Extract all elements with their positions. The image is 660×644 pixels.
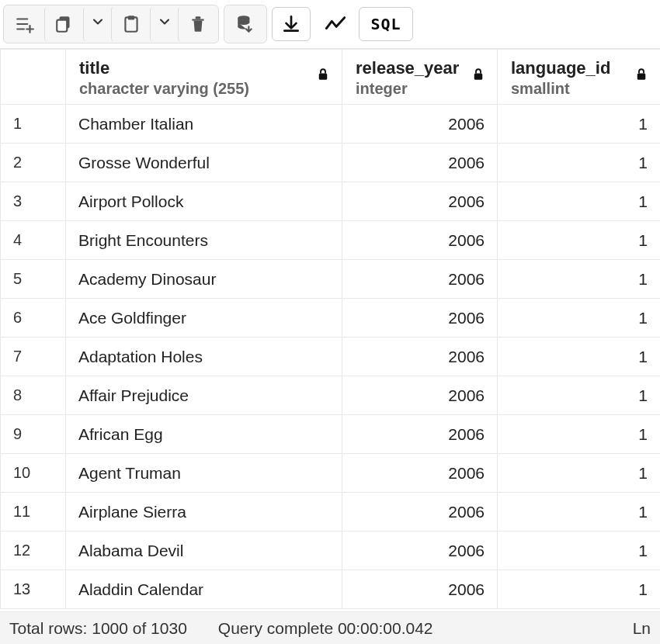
table-row[interactable]: 4Bright Encounters20061 <box>1 221 661 260</box>
app-root: SQL title character varying (255) <box>0 0 660 644</box>
cell-title[interactable]: Academy Dinosaur <box>66 260 342 299</box>
table-row[interactable]: 11Airplane Sierra20061 <box>1 493 661 531</box>
cell-release-year[interactable]: 2006 <box>342 454 498 493</box>
toolbar-download <box>272 7 311 41</box>
row-number[interactable]: 13 <box>1 570 66 609</box>
cell-language-id[interactable]: 1 <box>498 221 661 260</box>
cell-title[interactable]: Adaptation Holes <box>66 338 342 376</box>
table-row[interactable]: 1Chamber Italian20061 <box>1 105 661 144</box>
cell-release-year[interactable]: 2006 <box>342 182 498 221</box>
cell-title[interactable]: Agent Truman <box>66 454 342 493</box>
cell-title[interactable]: Chamber Italian <box>66 105 342 144</box>
status-value: 1000 of 1030 <box>92 619 187 637</box>
cell-release-year[interactable]: 2006 <box>342 299 498 338</box>
cell-language-id[interactable]: 1 <box>498 493 661 531</box>
cell-title[interactable]: Alabama Devil <box>66 531 342 570</box>
cell-release-year[interactable]: 2006 <box>342 338 498 376</box>
column-type: smallint <box>511 80 648 98</box>
trash-icon <box>188 14 208 34</box>
table-row[interactable]: 5Academy Dinosaur20061 <box>1 260 661 299</box>
row-number[interactable]: 9 <box>1 415 66 454</box>
cell-language-id[interactable]: 1 <box>498 299 661 338</box>
paste-button[interactable] <box>111 7 150 41</box>
row-number[interactable]: 3 <box>1 182 66 221</box>
copy-button[interactable] <box>44 7 83 41</box>
status-query-time: Query complete 00:00:00.042 <box>218 619 433 638</box>
status-bar: Total rows: 1000 of 1030 Query complete … <box>0 611 660 644</box>
row-number[interactable]: 7 <box>1 338 66 376</box>
row-number[interactable]: 12 <box>1 531 66 570</box>
cell-release-year[interactable]: 2006 <box>342 260 498 299</box>
column-header-release-year[interactable]: release_year integer <box>342 50 498 105</box>
column-name: language_id <box>511 58 648 78</box>
cell-language-id[interactable]: 1 <box>498 454 661 493</box>
table-row[interactable]: 3Airport Pollock20061 <box>1 182 661 221</box>
cell-language-id[interactable]: 1 <box>498 260 661 299</box>
svg-rect-14 <box>319 74 328 80</box>
row-number[interactable]: 1 <box>1 105 66 144</box>
cell-release-year[interactable]: 2006 <box>342 531 498 570</box>
row-number[interactable]: 6 <box>1 299 66 338</box>
cell-language-id[interactable]: 1 <box>498 415 661 454</box>
corner-header[interactable] <box>1 50 66 105</box>
table-row[interactable]: 7Adaptation Holes20061 <box>1 338 661 376</box>
cell-language-id[interactable]: 1 <box>498 338 661 376</box>
table-row[interactable]: 2Grosse Wonderful20061 <box>1 144 661 182</box>
delete-button[interactable] <box>178 7 217 41</box>
chart-icon <box>325 14 345 34</box>
cell-language-id[interactable]: 1 <box>498 182 661 221</box>
cell-release-year[interactable]: 2006 <box>342 493 498 531</box>
cell-release-year[interactable]: 2006 <box>342 105 498 144</box>
add-rows-button[interactable] <box>5 7 44 41</box>
save-data-button[interactable] <box>226 7 265 41</box>
table-row[interactable]: 12Alabama Devil20061 <box>1 531 661 570</box>
cell-language-id[interactable]: 1 <box>498 570 661 609</box>
cell-release-year[interactable]: 2006 <box>342 221 498 260</box>
cell-title[interactable]: Bright Encounters <box>66 221 342 260</box>
svg-rect-16 <box>637 74 646 80</box>
download-button[interactable] <box>272 7 311 41</box>
database-save-icon <box>235 14 255 34</box>
cell-title[interactable]: Ace Goldfinger <box>66 299 342 338</box>
row-number[interactable]: 5 <box>1 260 66 299</box>
column-header-title[interactable]: title character varying (255) <box>66 50 342 105</box>
lock-icon <box>471 68 485 84</box>
cell-language-id[interactable]: 1 <box>498 531 661 570</box>
download-icon <box>281 14 301 34</box>
sql-icon: SQL <box>370 15 401 33</box>
cell-title[interactable]: Airplane Sierra <box>66 493 342 531</box>
row-number[interactable]: 11 <box>1 493 66 531</box>
cell-title[interactable]: Affair Prejudice <box>66 376 342 415</box>
status-label: Ln <box>633 619 651 637</box>
lock-icon <box>634 68 648 84</box>
row-number[interactable]: 8 <box>1 376 66 415</box>
table-row[interactable]: 8Affair Prejudice20061 <box>1 376 661 415</box>
sql-button[interactable]: SQL <box>359 7 413 41</box>
table-row[interactable]: 10Agent Truman20061 <box>1 454 661 493</box>
cell-release-year[interactable]: 2006 <box>342 415 498 454</box>
row-number[interactable]: 4 <box>1 221 66 260</box>
cell-release-year[interactable]: 2006 <box>342 144 498 182</box>
copy-dropdown-button[interactable] <box>83 7 111 41</box>
cell-title[interactable]: Grosse Wonderful <box>66 144 342 182</box>
cell-title[interactable]: African Egg <box>66 415 342 454</box>
table-row[interactable]: 6Ace Goldfinger20061 <box>1 299 661 338</box>
cell-language-id[interactable]: 1 <box>498 105 661 144</box>
svg-rect-6 <box>57 20 67 32</box>
cell-title[interactable]: Aladdin Calendar <box>66 570 342 609</box>
row-number[interactable]: 2 <box>1 144 66 182</box>
cell-release-year[interactable]: 2006 <box>342 570 498 609</box>
column-header-language-id[interactable]: language_id smallint <box>498 50 661 105</box>
cell-title[interactable]: Airport Pollock <box>66 182 342 221</box>
cell-release-year[interactable]: 2006 <box>342 376 498 415</box>
cell-language-id[interactable]: 1 <box>498 376 661 415</box>
paste-dropdown-button[interactable] <box>150 7 178 41</box>
table-row[interactable]: 13Aladdin Calendar20061 <box>1 570 661 609</box>
status-label: Total rows: <box>9 619 92 637</box>
cell-language-id[interactable]: 1 <box>498 144 661 182</box>
row-number[interactable]: 10 <box>1 454 66 493</box>
chart-button[interactable] <box>315 7 354 41</box>
toolbar-chart <box>315 7 354 41</box>
svg-rect-15 <box>474 74 483 80</box>
table-row[interactable]: 9African Egg20061 <box>1 415 661 454</box>
